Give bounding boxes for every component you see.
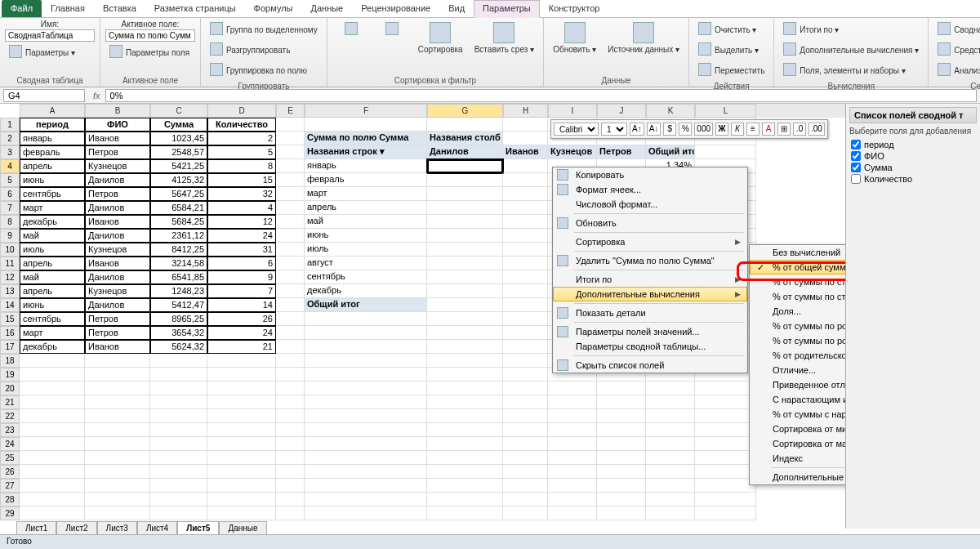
cell[interactable]: 8965,25 (150, 312, 207, 326)
mini-shrink-icon[interactable]: A↓ (647, 123, 662, 136)
cell[interactable]: Кузнецов (85, 284, 150, 298)
cell[interactable] (276, 437, 305, 451)
cell[interactable] (503, 451, 548, 465)
ribbon-btn[interactable]: Средства OLAP ▾ (933, 40, 980, 60)
cell[interactable] (276, 395, 305, 409)
cell[interactable] (276, 187, 305, 201)
cell[interactable] (646, 493, 695, 507)
cell[interactable] (276, 479, 305, 493)
cell[interactable] (427, 493, 503, 507)
row-header[interactable]: 20 (0, 382, 20, 395)
ctx-item[interactable]: Показать детали (553, 306, 747, 320)
cell[interactable]: Названия строк ▾ (305, 145, 427, 159)
cell[interactable]: ФИО (85, 118, 150, 132)
cell[interactable] (20, 409, 85, 423)
cell[interactable] (695, 409, 756, 423)
col-header[interactable]: B (85, 104, 150, 118)
cell[interactable] (427, 270, 503, 284)
cell[interactable] (207, 493, 276, 507)
cell[interactable] (427, 409, 503, 423)
cell[interactable] (427, 215, 503, 229)
cell[interactable] (427, 243, 503, 257)
cell[interactable] (276, 493, 305, 507)
row-header[interactable]: 3 (0, 145, 20, 159)
mini-size[interactable]: 11 (601, 123, 627, 136)
cell[interactable] (150, 354, 207, 368)
pt-options-btn[interactable]: Параметры ▾ (5, 42, 95, 62)
cell[interactable] (85, 409, 150, 423)
cell[interactable] (646, 423, 695, 437)
cell[interactable] (150, 409, 207, 423)
cell[interactable] (597, 493, 646, 507)
row-header[interactable]: 2 (0, 132, 20, 145)
cell[interactable] (305, 312, 427, 326)
row-header[interactable]: 1 (0, 118, 20, 132)
cell[interactable]: Данилов (85, 229, 150, 243)
sheet-tab[interactable]: Лист5 (177, 521, 219, 534)
cell[interactable] (695, 479, 756, 493)
cell[interactable] (427, 173, 503, 187)
ribbon-btn[interactable]: Группировка по полю (206, 60, 322, 80)
cell[interactable] (427, 437, 503, 451)
mini-percent-icon[interactable]: % (679, 123, 692, 136)
cell[interactable]: Общий итог (305, 298, 427, 312)
ctx-item[interactable]: Числовой формат... (553, 197, 747, 212)
cell[interactable] (503, 354, 548, 368)
tab-Конструктор[interactable]: Конструктор (540, 0, 609, 17)
cell[interactable] (305, 340, 427, 354)
cell[interactable] (85, 368, 150, 382)
mini-italic-icon[interactable]: К (731, 123, 744, 136)
cell[interactable] (427, 479, 503, 493)
cell[interactable] (276, 257, 305, 270)
cell[interactable] (503, 409, 548, 423)
cell[interactable] (305, 368, 427, 382)
cell[interactable] (305, 451, 427, 465)
cell[interactable] (305, 465, 427, 479)
cell[interactable] (207, 395, 276, 409)
cell[interactable]: май (305, 215, 427, 229)
col-header[interactable]: A (20, 104, 85, 118)
cell[interactable]: Названия столб (427, 132, 503, 145)
cell[interactable] (695, 382, 756, 395)
cell[interactable] (427, 326, 503, 340)
row-header[interactable]: 12 (0, 270, 20, 284)
cell[interactable] (548, 423, 597, 437)
ctx-item[interactable]: Итоги по▶ (553, 272, 747, 287)
col-header[interactable]: C (150, 104, 207, 118)
cell[interactable] (503, 368, 548, 382)
row-header[interactable]: 27 (0, 479, 20, 493)
cell[interactable]: 4 (207, 201, 276, 215)
cell[interactable] (276, 382, 305, 395)
cell[interactable]: 24 (207, 326, 276, 340)
cell[interactable] (305, 326, 427, 340)
subctx-item[interactable]: Доля... (750, 304, 845, 319)
cell[interactable]: апрель (20, 159, 85, 173)
cell[interactable] (597, 507, 646, 520)
cell[interactable] (646, 507, 695, 520)
cell[interactable] (597, 395, 646, 409)
ctx-item[interactable]: Копировать (553, 167, 747, 182)
cell[interactable] (276, 270, 305, 284)
cell[interactable]: июнь (20, 298, 85, 312)
cell[interactable] (503, 201, 548, 215)
row-header[interactable]: 16 (0, 326, 20, 340)
cell[interactable] (150, 479, 207, 493)
row-header[interactable]: 22 (0, 409, 20, 423)
col-header[interactable]: K (646, 104, 695, 118)
tab-Файл[interactable]: Файл (2, 0, 42, 17)
sheet-tab[interactable]: Лист3 (97, 521, 137, 534)
cell[interactable] (207, 368, 276, 382)
row-header[interactable]: 6 (0, 187, 20, 201)
cell[interactable]: март (20, 201, 85, 215)
cell[interactable] (597, 479, 646, 493)
ribbon-btn[interactable]: Очистить ▾ (694, 20, 768, 39)
cell[interactable] (150, 465, 207, 479)
ribbon-btn[interactable]: Поля, элементы и наборы ▾ (779, 60, 923, 80)
subctx-item[interactable]: % от общей суммы (750, 260, 845, 274)
cell[interactable]: май (20, 270, 85, 284)
cell[interactable]: июнь (305, 229, 427, 243)
row-header[interactable]: 19 (0, 368, 20, 382)
row-header[interactable]: 23 (0, 423, 20, 437)
field-checkbox[interactable] (851, 174, 861, 184)
cell[interactable] (276, 423, 305, 437)
